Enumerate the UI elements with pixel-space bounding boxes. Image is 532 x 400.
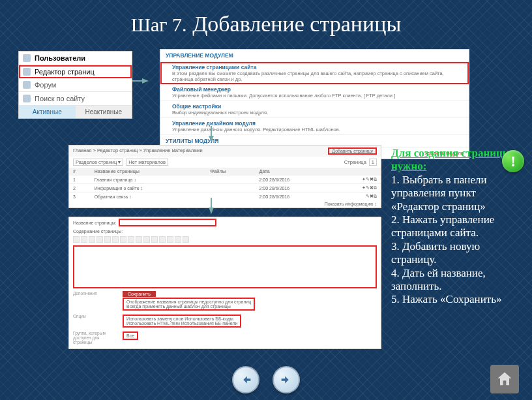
arrow-left-icon	[239, 373, 253, 387]
table-row[interactable]: 2 Информация о сайте ↕ 2:00 28/6/2016 ✦✎…	[69, 184, 381, 192]
toolbar-button[interactable]	[128, 236, 134, 243]
add-page-button[interactable]: Добавить страницу	[328, 147, 377, 155]
home-icon	[495, 370, 514, 388]
row-actions[interactable]: ✦✎✖⧉	[334, 176, 381, 184]
module-row-desc: Управление файлами и папками. Допускаетс…	[172, 93, 464, 99]
editor-toolbar	[69, 235, 381, 244]
tab-inactive[interactable]: Неактивные	[76, 106, 132, 118]
menu-item-label: Поиск по сайту	[35, 95, 85, 102]
filter-select[interactable]: Разделов страниц ▾	[73, 159, 123, 166]
menu-item-users[interactable]: Пользователи	[19, 52, 132, 65]
row-actions[interactable]: ✦✎✖⧉	[334, 184, 381, 192]
toolbar-button[interactable]	[104, 236, 111, 243]
module-row-desc: Управление дизайном данного модуля. Реда…	[172, 127, 464, 132]
module-row-pages[interactable]: Управление страницами сайта В этом разде…	[160, 62, 469, 84]
instructions: Для создания страницы нужно: 1. Выбрать …	[391, 147, 515, 307]
module-panel-header: УПРАВЛЕНИЕ МОДУЛЕМ	[160, 50, 469, 62]
arrow-right-icon	[142, 78, 149, 84]
menu-item-forum[interactable]: Форум	[19, 78, 132, 92]
module-panel: УПРАВЛЕНИЕ МОДУЛЕМ Управление страницами…	[160, 49, 469, 159]
module-row-settings[interactable]: Общие настройки Выбор индивидуальных нас…	[160, 101, 469, 118]
name-label: Название страницы:	[73, 221, 116, 225]
instructions-heading: Для создания страницы нужно:	[391, 147, 511, 172]
arrow-down-icon	[209, 208, 214, 214]
breadcrumb: Главная » Редактор страниц » Управление …	[73, 147, 203, 155]
toolbar-button[interactable]	[120, 236, 126, 243]
editor-panel: Название страницы: Содержание страницы: …	[68, 217, 381, 349]
col-num: #	[69, 168, 91, 176]
content-textarea[interactable]	[73, 245, 377, 288]
module-row-title: Файловый менеджер	[172, 86, 464, 93]
filter-value[interactable]: Нет материалов	[126, 159, 168, 166]
content-label: Содержание страницы:	[73, 229, 123, 234]
page-number[interactable]: 1	[369, 159, 377, 166]
module-row-title: Общие настройки	[172, 103, 464, 110]
module-row-title: Управление дизайном модуля	[172, 120, 464, 127]
col-actions	[334, 168, 381, 176]
toolbar-button[interactable]	[89, 236, 95, 243]
tab-active[interactable]: Активные	[19, 106, 76, 118]
instruction-step: 4. Дать ей название, заполнить.	[391, 267, 486, 292]
table-row[interactable]: 3 Обратная связь ↕ 2:00 28/6/2016 ✎✖⧉	[69, 192, 381, 201]
page-editor-icon	[23, 68, 31, 76]
col-name: Название страницы	[91, 168, 207, 176]
exclamation-badge: !	[502, 150, 524, 172]
module-row-desc: В этом разделе Вы сможете создавать разл…	[172, 70, 464, 82]
menu-tabs: Активные Неактивные	[19, 106, 132, 118]
pages-table: # Название страницы Файлы Дата 1 Главная…	[69, 168, 381, 200]
table-footer[interactable]: Показать информацию ↕	[69, 200, 381, 208]
toolbar-button[interactable]	[96, 236, 103, 243]
opt-box[interactable]: Использовать замену слов Использовать ББ…	[123, 315, 241, 328]
toolbar-button[interactable]	[73, 236, 80, 243]
slide-title: Шаг 7. Добавление страницы	[0, 12, 532, 37]
toolbar-button[interactable]	[112, 236, 119, 243]
nav-buttons	[0, 366, 532, 393]
toolbar-button[interactable]	[151, 236, 158, 243]
module-row-title: Управление страницами сайта	[172, 64, 464, 70]
step-label: Шаг 7.	[131, 14, 187, 35]
col-files: Файлы	[206, 168, 255, 176]
toolbar-button[interactable]	[143, 236, 150, 243]
arrow-right-icon	[279, 373, 293, 387]
menu-item-label: Форум	[35, 81, 56, 89]
table-panel: Главная » Редактор страниц » Управление …	[68, 145, 381, 208]
home-button[interactable]	[490, 365, 519, 393]
save-button[interactable]: Сохранить	[123, 291, 156, 297]
menu-item-label: Редактор страниц	[35, 68, 95, 76]
instruction-step: 2. Нажать управление страницами сайта.	[391, 213, 494, 239]
menu-item-page-editor[interactable]: Редактор страниц	[19, 65, 132, 78]
opt-label: Дополнения	[73, 291, 119, 296]
panel-menu: Пользователи Редактор страниц Форум Поис…	[18, 51, 132, 119]
toolbar-button[interactable]	[175, 236, 181, 243]
toolbar-button[interactable]	[81, 236, 87, 243]
page-name-input[interactable]	[119, 219, 216, 226]
instruction-step: 3. Добавить новую страницу.	[391, 240, 480, 266]
prev-button[interactable]	[232, 366, 259, 393]
arrow-down-icon	[209, 136, 214, 142]
group-select[interactable]: Все	[123, 331, 138, 340]
search-icon	[23, 95, 31, 102]
module-row-design[interactable]: Управление дизайном модуля Управление ди…	[160, 118, 469, 135]
menu-item-search[interactable]: Поиск по сайту	[19, 92, 132, 106]
title-text: Добавление страницы	[192, 12, 401, 36]
forum-icon	[23, 81, 31, 89]
opt-box[interactable]: Отображение названия страницы недоступно…	[123, 298, 255, 311]
col-date: Дата	[255, 168, 334, 176]
opt-label: Опции	[73, 314, 119, 318]
instruction-step: 1. Выбрать в панели управления пункт «Ре…	[391, 174, 487, 213]
next-button[interactable]	[273, 366, 300, 393]
table-row[interactable]: 1 Главная страница ↕ 2:00 28/6/2016 ✦✎✖⧉	[69, 176, 381, 184]
toolbar-button[interactable]	[136, 236, 142, 243]
instruction-step: 5. Нажать «Сохранить»	[391, 293, 501, 305]
opt-label: Группа, которым доступен для страницы	[73, 331, 119, 345]
users-icon	[23, 54, 31, 62]
module-row-filemgr[interactable]: Файловый менеджер Управление файлами и п…	[160, 84, 469, 101]
toolbar-button[interactable]	[183, 236, 189, 243]
toolbar-button[interactable]	[167, 236, 173, 243]
toolbar-button[interactable]	[159, 236, 166, 243]
menu-item-label: Пользователи	[35, 54, 85, 62]
module-row-desc: Выбор индивидуальных настроек модуля.	[172, 110, 464, 115]
row-actions[interactable]: ✎✖⧉	[334, 192, 381, 201]
page-label: Страница	[344, 159, 366, 165]
